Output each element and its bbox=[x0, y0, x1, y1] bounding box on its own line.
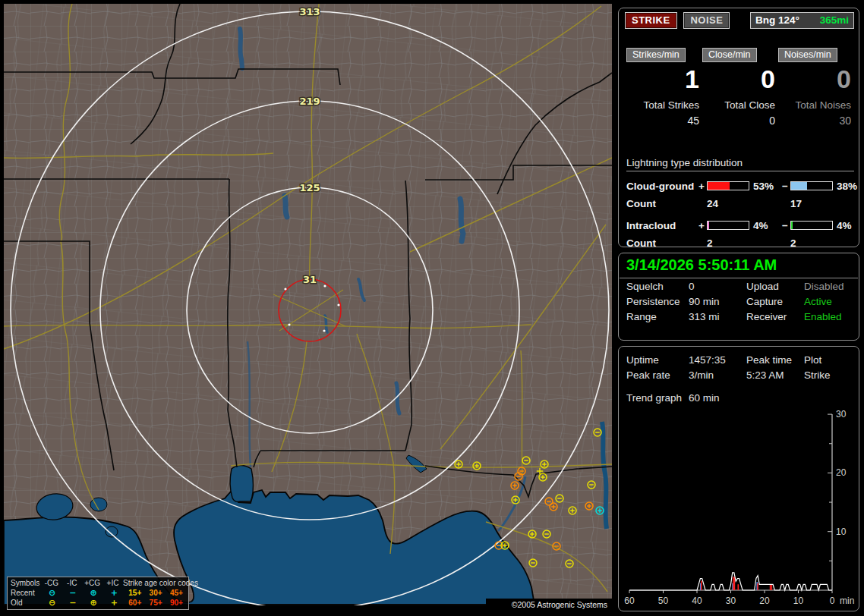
strike-mode-button[interactable]: STRIKE bbox=[625, 12, 677, 29]
lightning-map[interactable]: 31321912531 bbox=[4, 4, 612, 605]
upload-value: Disabled bbox=[804, 281, 859, 292]
legend-strike-glyph: − bbox=[62, 598, 83, 608]
peak-rate-value: 3/min bbox=[689, 369, 746, 381]
stats-row: Uptime 1457:35 Peak time Plot bbox=[619, 352, 859, 367]
ic-minus-bar bbox=[790, 221, 833, 230]
squelch-label: Squelch bbox=[626, 281, 689, 292]
persistence-label: Persistence bbox=[626, 296, 689, 307]
trend-x-tick: 40 bbox=[692, 596, 702, 606]
strike-dot bbox=[337, 303, 339, 306]
ic-plus-count: 2 bbox=[707, 237, 790, 249]
cg-minus-count: 17 bbox=[790, 198, 854, 209]
lake bbox=[240, 29, 242, 68]
cg-minus-pct: 38% bbox=[833, 181, 854, 192]
plus-sign: + bbox=[696, 181, 707, 192]
strikes-column: Strikes/min 1 Total Strikes 45 bbox=[626, 48, 699, 127]
copyright-bar: ©2005 Astrogenic Systems bbox=[486, 599, 612, 611]
uptime-label: Uptime bbox=[626, 354, 689, 366]
distribution-title: Lightning type distribution bbox=[626, 157, 854, 171]
total-noises-value: 30 bbox=[778, 111, 851, 127]
intracloud-label: Intracloud bbox=[626, 220, 696, 231]
legend-strike-glyph: − bbox=[62, 588, 83, 598]
total-strikes-value: 45 bbox=[626, 111, 699, 127]
noise-mode-button[interactable]: NOISE bbox=[683, 12, 730, 29]
stats-panel: Uptime 1457:35 Peak time Plot Peak rate … bbox=[618, 346, 859, 611]
legend-age-code: 75+ bbox=[145, 598, 166, 608]
bearing-value: Bng 124° bbox=[755, 14, 799, 26]
minus-sign: − bbox=[780, 220, 790, 231]
ic-plus-pct: 4% bbox=[749, 220, 780, 231]
header-button-row: STRIKE NOISE Bng 124° 365mi bbox=[625, 12, 854, 30]
legend-age-code: 60+ bbox=[125, 598, 145, 608]
legend-symbols-header: Symbols bbox=[9, 578, 41, 588]
trend-y-tick: 30 bbox=[836, 409, 847, 420]
legend-age-code: 90+ bbox=[166, 598, 187, 608]
lake bbox=[285, 196, 287, 217]
strike-dot bbox=[323, 329, 325, 332]
receiver-value: Enabled bbox=[804, 311, 859, 322]
trend-graph-value: 60 min bbox=[689, 392, 746, 404]
cg-plus-pct: 53% bbox=[749, 181, 780, 192]
noises-column: Noises/min 0 Total Noises 30 bbox=[778, 48, 851, 127]
legend-strike-glyph: + bbox=[104, 598, 125, 608]
peak-time-value: 5:23 AM bbox=[746, 369, 804, 381]
count-label: Count bbox=[626, 198, 707, 209]
legend-strike-glyph: ⊕ bbox=[84, 588, 104, 598]
ring-distance-label: 31 bbox=[303, 274, 317, 285]
count-label: Count bbox=[626, 237, 707, 249]
legend-row-label: Old bbox=[9, 598, 42, 608]
datetime-display: 3/14/2026 5:50:11 AM bbox=[620, 253, 858, 278]
trend-x-unit: min bbox=[840, 596, 854, 606]
lake bbox=[106, 526, 118, 537]
close-column: Close/min 0 Total Close 0 bbox=[702, 48, 775, 127]
cg-plus-bar bbox=[707, 181, 749, 190]
peak-rate-label: Peak rate bbox=[626, 369, 689, 381]
cloud-ground-count-row: Count 24 17 bbox=[626, 194, 854, 212]
lake bbox=[460, 199, 463, 241]
total-close-value: 0 bbox=[702, 111, 775, 127]
trend-axes bbox=[629, 414, 832, 590]
river bbox=[396, 383, 399, 413]
close-rate-value: 0 bbox=[702, 62, 775, 93]
peak-time-label: Peak time bbox=[746, 354, 804, 366]
legend-col-header: -CG bbox=[41, 578, 61, 588]
minus-sign: − bbox=[780, 181, 790, 192]
total-noises-label: Total Noises bbox=[778, 93, 851, 111]
upload-label: Upload bbox=[746, 281, 804, 292]
squelch-value: 0 bbox=[689, 281, 746, 292]
trend-x-tick: 20 bbox=[759, 596, 770, 606]
rate-columns: Strikes/min 1 Total Strikes 45 Close/min… bbox=[626, 48, 854, 127]
legend-row-label: Recent bbox=[9, 588, 42, 598]
plot-label: Plot bbox=[804, 354, 859, 366]
status-panel: 3/14/2026 5:50:11 AM Squelch 0 Upload Di… bbox=[618, 253, 859, 341]
strike-dot bbox=[284, 288, 286, 290]
noises-per-min-chip: Noises/min bbox=[778, 48, 837, 62]
trend-y-tick: 20 bbox=[836, 467, 847, 478]
intracloud-row: Intracloud + 4% − 4% bbox=[626, 217, 854, 234]
trend-graph-label: Trend graph bbox=[626, 392, 689, 404]
status-row: Range 313 mi Receiver Enabled bbox=[619, 309, 859, 324]
ring-distance-label: 313 bbox=[299, 6, 320, 17]
map-legend: Symbols-CG-IC+CG+ICStrike age color code… bbox=[7, 577, 189, 610]
status-row: Squelch 0 Upload Disabled bbox=[619, 278, 859, 294]
legend-age-code: 30+ bbox=[145, 588, 166, 598]
legend-strike-glyph: ⊖ bbox=[42, 588, 62, 598]
trend-x-tick: 10 bbox=[793, 596, 804, 606]
trend-y-tick: 10 bbox=[836, 526, 847, 537]
ring-distance-label: 219 bbox=[299, 96, 320, 107]
legend-strike-glyph: + bbox=[104, 588, 125, 598]
cg-minus-bar bbox=[790, 181, 833, 190]
strikes-rate-value: 1 bbox=[626, 62, 699, 93]
total-close-label: Total Close bbox=[702, 93, 775, 111]
stats-row: Peak rate 3/min 5:23 AM Strike bbox=[619, 367, 859, 382]
trend-line-strikes bbox=[629, 573, 832, 590]
capture-value: Active bbox=[804, 296, 859, 307]
strike-dot bbox=[323, 284, 326, 287]
trend-x-tick: 0 bbox=[830, 596, 835, 606]
counters-panel: STRIKE NOISE Bng 124° 365mi Strikes/min … bbox=[618, 8, 859, 247]
plus-sign: + bbox=[696, 220, 707, 231]
trend-graph-row: Trend graph 60 min bbox=[619, 390, 859, 405]
legend-col-header: +IC bbox=[102, 578, 123, 588]
app-window: 31321912531 Symbols-CG-IC+CG+ICStrike ag… bbox=[0, 0, 864, 616]
intracloud-count-row: Count 2 2 bbox=[626, 234, 854, 252]
